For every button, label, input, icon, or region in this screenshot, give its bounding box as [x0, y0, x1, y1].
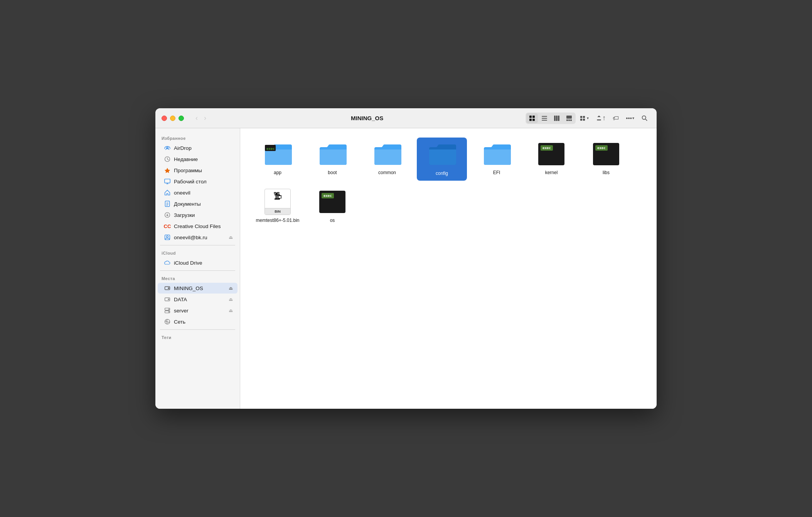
sidebar-item-mining-os[interactable]: MINING_OS ⏏	[158, 283, 238, 294]
icloud-header: iCloud	[155, 248, 240, 257]
icloud-icon	[164, 259, 171, 266]
mining-os-label: MINING_OS	[174, 285, 226, 291]
sidebar-item-apps[interactable]: Программы	[158, 165, 238, 176]
kernel-exec-icon: exec	[536, 141, 567, 168]
config-label: config	[433, 170, 450, 178]
os-label: os	[330, 218, 335, 224]
back-button[interactable]: ‹	[193, 112, 200, 124]
svg-rect-14	[580, 116, 582, 118]
file-item-boot[interactable]: boot	[307, 138, 357, 181]
column-view-button[interactable]	[551, 113, 563, 123]
sidebar-item-home[interactable]: oneevil	[158, 187, 238, 198]
svg-rect-22	[165, 179, 170, 183]
window-title: MINING_OS	[209, 115, 526, 121]
sidebar-item-desktop[interactable]: Рабочий стол	[158, 176, 238, 187]
disk-data-icon	[164, 296, 171, 303]
minimize-button[interactable]	[170, 116, 175, 121]
config-folder-icon	[426, 141, 457, 168]
efi-folder-icon	[481, 141, 512, 168]
share-button[interactable]: ↑	[593, 112, 608, 124]
nav-buttons: ‹ ›	[193, 112, 209, 124]
tag-button[interactable]: 🏷	[610, 113, 622, 124]
svg-rect-9	[558, 116, 559, 121]
sidebar-item-recents[interactable]: Недавние	[158, 154, 238, 164]
sidebar-item-server[interactable]: server ⏏	[158, 305, 238, 316]
data-eject[interactable]: ⏏	[229, 297, 233, 302]
svg-point-18	[642, 116, 646, 119]
svg-rect-12	[568, 119, 570, 121]
boot-label: boot	[328, 170, 337, 176]
sidebar-item-airdrop[interactable]: AirDrop	[158, 143, 238, 153]
file-item-efi[interactable]: EFI	[472, 138, 522, 181]
home-label: oneevil	[174, 190, 233, 196]
title-bar: ‹ › MINING_OS	[155, 108, 657, 128]
file-item-memtest[interactable]: 🗜 BIN memtest86+-5.01.bin	[253, 185, 303, 227]
sidebar-item-icloud[interactable]: iCloud Drive	[158, 257, 238, 268]
docs-label: Документы	[174, 201, 233, 207]
toolbar-right: ▾ ↑ 🏷 •••▾	[526, 112, 650, 124]
file-item-os[interactable]: exec os	[307, 185, 357, 227]
search-button[interactable]	[638, 113, 650, 123]
forward-button[interactable]: ›	[202, 112, 209, 124]
recents-label: Недавние	[174, 156, 233, 162]
account-label: oneevil@bk.ru	[174, 235, 226, 240]
list-view-button[interactable]	[539, 113, 550, 123]
icloud-label: iCloud Drive	[174, 260, 233, 266]
svg-line-19	[645, 119, 647, 121]
svg-rect-2	[529, 119, 532, 121]
file-item-kernel[interactable]: exec kernel	[526, 138, 576, 181]
data-label: DATA	[174, 297, 226, 302]
sidebar-item-downloads[interactable]: Загрузки	[158, 210, 238, 220]
sidebar: Избранное AirDrop	[155, 128, 240, 409]
airdrop-label: AirDrop	[174, 145, 233, 151]
maximize-button[interactable]	[179, 116, 184, 121]
sidebar-item-data[interactable]: DATA ⏏	[158, 294, 238, 305]
server-icon	[164, 307, 171, 314]
more-button[interactable]: •••▾	[623, 113, 637, 123]
kernel-label: kernel	[545, 170, 558, 176]
svg-rect-11	[566, 119, 568, 121]
apps-icon	[164, 167, 171, 174]
cc-label: Creative Cloud Files	[174, 223, 233, 229]
file-item-common[interactable]: common	[362, 138, 412, 181]
close-button[interactable]	[162, 116, 167, 121]
main-content: Избранное AirDrop	[155, 128, 657, 409]
file-item-app[interactable]: exec app	[253, 138, 303, 181]
common-label: common	[378, 170, 396, 176]
airdrop-icon	[164, 144, 171, 151]
sidebar-item-account[interactable]: oneevil@bk.ru ⏏	[158, 232, 238, 243]
sidebar-item-cc[interactable]: CC Creative Cloud Files	[158, 221, 238, 232]
sidebar-item-network[interactable]: Сеть	[158, 316, 238, 327]
os-exec-icon: exec	[317, 188, 348, 215]
docs-icon	[164, 200, 171, 207]
sidebar-item-docs[interactable]: Документы	[158, 198, 238, 209]
recents-icon	[164, 156, 171, 163]
mining-os-eject[interactable]: ⏏	[229, 285, 233, 291]
file-item-config[interactable]: config	[417, 138, 467, 181]
apps-label: Программы	[174, 168, 233, 173]
network-icon	[164, 318, 171, 325]
svg-rect-5	[542, 118, 547, 119]
desktop-icon	[164, 178, 171, 185]
boot-folder-icon	[317, 141, 348, 168]
account-icon	[164, 234, 171, 241]
svg-point-30	[168, 299, 169, 300]
svg-point-34	[168, 312, 169, 312]
file-item-libs[interactable]: exec libs	[581, 138, 631, 181]
icon-view-button[interactable]	[526, 113, 538, 123]
libs-label: libs	[603, 170, 610, 176]
cc-icon: CC	[164, 223, 171, 230]
svg-text:exec: exec	[266, 147, 275, 151]
group-by-button[interactable]: ▾	[577, 114, 591, 123]
svg-point-28	[168, 288, 169, 289]
memtest-label: memtest86+-5.01.bin	[256, 218, 299, 224]
svg-rect-16	[580, 118, 582, 120]
gallery-view-button[interactable]	[563, 113, 575, 123]
svg-rect-4	[542, 116, 547, 117]
tags-header: Теги	[155, 332, 240, 341]
files-grid: exec app boot	[253, 138, 644, 227]
account-eject[interactable]: ⏏	[229, 235, 233, 240]
svg-rect-0	[529, 116, 532, 118]
server-eject[interactable]: ⏏	[229, 308, 233, 313]
svg-point-33	[168, 309, 169, 310]
